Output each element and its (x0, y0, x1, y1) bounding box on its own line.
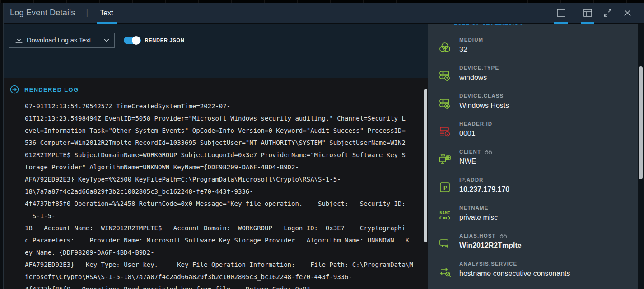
collapse-arrow-icon[interactable] (10, 85, 19, 94)
chevron-down-icon (104, 38, 109, 42)
render-json-toggle[interactable] (124, 37, 141, 44)
split-panel-active-indicator (554, 22, 568, 24)
icon-alias-host (438, 237, 452, 250)
meta-label: NETNAME (459, 205, 489, 210)
meta-item[interactable]: MEDIUM 32 (428, 37, 638, 57)
download-log-label: Download Log as Text (27, 37, 91, 44)
log-scrollbar-thumb[interactable] (424, 89, 427, 242)
download-options-button[interactable] (98, 33, 114, 47)
meta-label: DEVICE.TYPE (459, 65, 499, 70)
window-scrollbar-thumb[interactable] (639, 66, 643, 179)
meta-item[interactable]: DEVICE.CLASS Windows Hosts (428, 93, 638, 113)
log-line: icrosoft\Crypto\RSA\S-1-5-18\7a7a87f4c2a… (25, 271, 428, 283)
log-line: torage Provider" AlgorithmName=UNKNOWN K… (25, 161, 428, 173)
binoculars-icon (499, 233, 507, 238)
meta-label: ALIAS.HOST (459, 233, 496, 238)
meta-label: ANALYSIS.SERVICE (459, 261, 517, 266)
meta-item[interactable]: NETNAME private misc (428, 205, 638, 225)
title-divider: | (86, 8, 88, 18)
layout-panel-button[interactable] (581, 3, 594, 23)
log-line: 536 Computer=Win2012R2Tmplte RecordId=10… (25, 137, 428, 149)
download-button-group: Download Log as Text (9, 33, 115, 48)
log-line: 4f4737bf85f0 Operation=%%2458 ReturnCode… (25, 198, 428, 210)
meta-value[interactable]: 32 (459, 46, 483, 54)
meta-label: DEVICE.CLASS (459, 93, 504, 98)
icon-client (438, 153, 452, 166)
log-line: AFA792ED92E3} KeyType=%%2500 KeyFilePath… (25, 173, 428, 186)
meta-label: HEADER.ID (459, 121, 492, 126)
rendered-log-panel: RENDERED LOG 07-01T12:13:54.7054257Z Tim… (4, 78, 428, 289)
panel-title: Log Event Details (10, 8, 75, 18)
tab-text[interactable]: Text (98, 3, 115, 23)
meta-value[interactable]: Windows Hosts (459, 102, 509, 110)
titlebar: Log Event Details | Text (4, 3, 644, 23)
log-line: evel=Information Task="Other System Even… (25, 125, 428, 137)
render-json-label: RENDER JSON (145, 37, 184, 43)
meta-value[interactable]: 0001 (459, 130, 492, 138)
log-text: 07-01T12:13:54.7054257Z TimeCreatedSyste… (4, 94, 428, 289)
layout-panel-icon (583, 9, 592, 17)
icon-server-t (438, 69, 452, 82)
meta-item[interactable]: ALIAS.HOST Win2012R2Tmplte (428, 233, 638, 253)
expand-icon (604, 9, 611, 17)
log-line: ey Name: {DDF98209-DA6F-4BD4-B9D2- (25, 247, 428, 259)
log-line: 07-01T12:13:54.7054257Z TimeCreatedSyste… (25, 100, 428, 112)
rendered-log-title: RENDERED LOG (24, 86, 79, 93)
download-icon (15, 37, 23, 44)
close-button[interactable] (621, 3, 634, 23)
meta-label: IP.ADDR (459, 177, 484, 182)
background-page-strip (0, 0, 644, 3)
log-content-column: Download Log as Text RENDER JSON RENDERE… (4, 24, 428, 289)
meta-value[interactable]: NWE (459, 158, 492, 166)
meta-value[interactable]: 10.237.179.170 (459, 186, 509, 194)
split-panel-button[interactable] (554, 3, 568, 23)
download-log-button[interactable]: Download Log as Text (9, 33, 98, 47)
icon-ip (438, 181, 452, 194)
tab-text-label: Text (100, 9, 113, 17)
icon-server-gear (438, 97, 452, 110)
meta-item[interactable]: CLIENT NWE (428, 149, 638, 169)
meta-value[interactable]: hostname consecutive consonants (459, 270, 570, 278)
log-line: 18 Account Name: WIN2012R2TMPLTE$ Accoun… (25, 222, 428, 234)
meta-item[interactable]: HEADER.ID 0001 (428, 121, 638, 141)
log-line: 01T12:13:23.5498494Z EventID=5058 Provid… (25, 112, 428, 125)
split-panel-icon (557, 9, 565, 17)
background-left-strip (0, 3, 4, 289)
rendered-log-header: RENDERED LOG (4, 78, 428, 94)
log-event-details-panel: Log Event Details | Text (4, 3, 644, 289)
icon-analysis (438, 265, 452, 278)
window-scrollbar-track[interactable] (638, 24, 644, 289)
log-line: AFA792ED92E3} Key Type: User key. Key Fi… (25, 259, 428, 271)
meta-item[interactable]: DEVICE.TYPE windows (428, 65, 638, 85)
titlebar-actions (554, 3, 634, 23)
layout-panel-active-indicator (581, 22, 594, 24)
close-icon (624, 9, 631, 16)
log-line: 4f4737bf85f0 Operation: Read persisted k… (25, 283, 428, 289)
meta-value[interactable]: private misc (459, 214, 498, 222)
log-line: 18\7a7a87f4c2ad66a829f3b2c1002805c3_bc16… (25, 186, 428, 198)
clipped-timestamp-value: 2022-07-01T12:13:54 (454, 24, 638, 26)
meta-item[interactable]: IP.ADDR 10.237.179.170 (428, 177, 638, 197)
meta-label: CLIENT (459, 149, 481, 154)
log-line: 012R2TMPLTE$ SubjectDomainName=WORKGROUP… (25, 149, 428, 161)
expand-button[interactable] (601, 3, 614, 23)
log-toolbar: Download Log as Text RENDER JSON (4, 24, 428, 56)
log-line: S-1-5- (25, 210, 428, 222)
tab-active-indicator (97, 22, 117, 24)
meta-value[interactable]: windows (459, 74, 499, 82)
event-meta-sidebar: 2022-07-01T12:13:54 MEDIUM 32 DEVICE.TYP… (428, 24, 638, 289)
icon-netname (438, 209, 452, 222)
meta-label: MEDIUM (459, 37, 483, 42)
meta-value[interactable]: Win2012R2Tmplte (459, 242, 522, 250)
icon-medium (438, 41, 452, 54)
binoculars-icon (485, 149, 492, 154)
render-json-toggle-group: RENDER JSON (124, 37, 184, 44)
icon-list-info (438, 125, 452, 138)
meta-item[interactable]: ANALYSIS.SERVICE hostname consecutive co… (428, 261, 638, 281)
titlebar-divider (574, 7, 574, 19)
toggle-knob (132, 36, 140, 45)
log-line: c Parameters: Provider Name: Microsoft S… (25, 234, 428, 247)
meta-list: MEDIUM 32 DEVICE.TYPE windows (428, 27, 638, 281)
